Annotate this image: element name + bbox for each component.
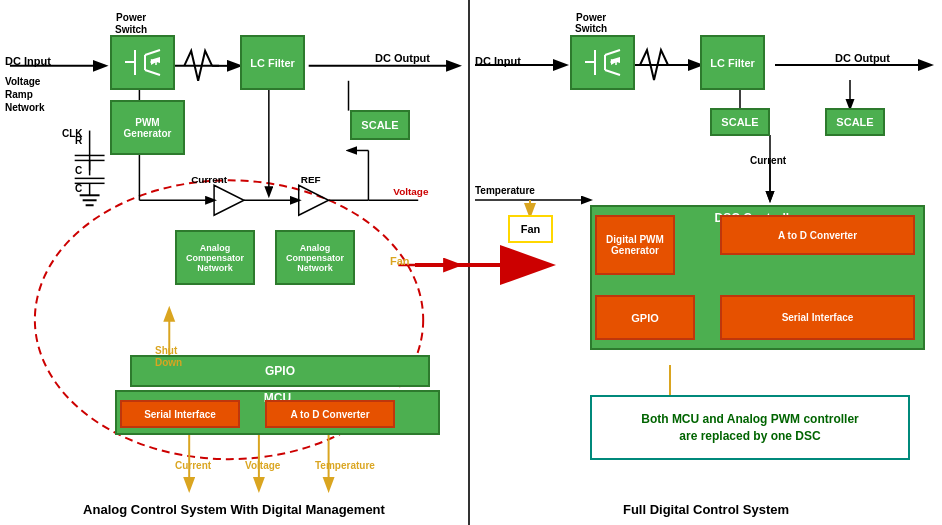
left-power-switch-box [110,35,175,90]
right-serial-interface-box: Serial Interface [720,295,915,340]
left-analog-comp1-box: Analog Compensator Network [175,230,255,285]
left-ato-d-box: A to D Converter [265,400,395,428]
right-lc-filter-box: LC Filter [700,35,765,90]
left-scale-box: SCALE [350,110,410,140]
left-temperature-label: Temperature [315,460,375,471]
left-power-switch-label: PowerSwitch [115,12,147,36]
svg-text:Voltage: Voltage [393,186,429,197]
left-voltage-label: Voltage [245,460,280,471]
right-digital-pwm-box: Digital PWM Generator [595,215,675,275]
left-clk-label: CLK [62,128,83,139]
left-dc-input-label: DC Input [5,55,51,67]
left-c1-label: C [75,165,82,176]
right-note-text: Both MCU and Analog PWM controllerare re… [641,411,859,445]
svg-marker-8 [299,185,329,215]
right-dc-input-label: DC Input [475,55,521,67]
left-voltage-ramp-label: VoltageRampNetwork [5,75,44,114]
right-dc-output-label: DC Output [835,52,890,64]
left-pwm-generator-box: PWM Generator [110,100,185,155]
right-scale-mid-box: SCALE [710,108,770,136]
svg-text:Current: Current [191,174,228,185]
right-temperature-label: Temperature [475,185,535,196]
left-shutdown-label: ShutDown [155,345,182,369]
right-gpio-box: GPIO [595,295,695,340]
left-current-label: Current [175,460,211,471]
left-side: Voltage Current REF [0,0,470,525]
right-atod-box: A to D Converter [720,215,915,255]
left-analog-comp2-box: Analog Compensator Network [275,230,355,285]
right-current-label: Current [750,155,786,166]
right-fan-box: Fan [508,215,553,243]
right-side: DC Input DC Output PowerSwitch Temperatu… [470,0,942,525]
right-note-box: Both MCU and Analog PWM controllerare re… [590,395,910,460]
right-power-switch-box [570,35,635,90]
main-container: Voltage Current REF [0,0,942,525]
left-dc-output-label: DC Output [375,52,430,64]
right-caption: Full Digital Control System [470,502,942,517]
left-lc-filter-box: LC Filter [240,35,305,90]
right-scale-top-box: SCALE [825,108,885,136]
svg-text:REF: REF [301,174,321,185]
right-power-switch-label: PowerSwitch [575,12,607,34]
left-c2-label: C [75,183,82,194]
svg-marker-7 [214,185,244,215]
left-caption: Analog Control System With Digital Manag… [0,502,468,517]
left-fan-label: Fan [390,255,410,267]
left-serial-interface-box: Serial Interface [120,400,240,428]
